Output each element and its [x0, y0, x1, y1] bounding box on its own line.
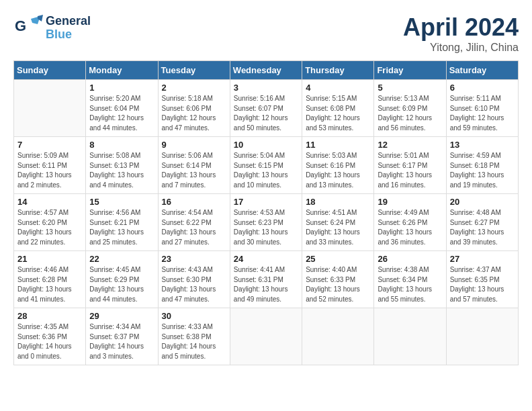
day-info: Sunrise: 5:15 AM Sunset: 6:08 PM Dayligh… — [306, 94, 370, 133]
page-header: G General Blue April 2024 Yitong, Jilin,… — [13, 13, 519, 54]
calendar-cell: 20Sunrise: 4:48 AM Sunset: 6:27 PM Dayli… — [446, 194, 518, 251]
day-info: Sunrise: 4:34 AM Sunset: 6:37 PM Dayligh… — [89, 322, 154, 361]
calendar-cell: 4Sunrise: 5:15 AM Sunset: 6:08 PM Daylig… — [302, 80, 374, 137]
calendar-cell: 10Sunrise: 5:04 AM Sunset: 6:15 PM Dayli… — [230, 137, 302, 194]
calendar-cell: 23Sunrise: 4:43 AM Sunset: 6:30 PM Dayli… — [158, 251, 230, 308]
title-block: April 2024 Yitong, Jilin, China — [403, 13, 519, 54]
calendar-cell: 9Sunrise: 5:06 AM Sunset: 6:14 PM Daylig… — [158, 137, 230, 194]
day-number: 21 — [17, 254, 82, 264]
day-number: 1 — [89, 83, 154, 93]
calendar-cell: 2Sunrise: 5:18 AM Sunset: 6:06 PM Daylig… — [158, 80, 230, 137]
day-number: 20 — [450, 197, 515, 207]
calendar-cell: 13Sunrise: 4:59 AM Sunset: 6:18 PM Dayli… — [446, 137, 518, 194]
day-info: Sunrise: 4:59 AM Sunset: 6:18 PM Dayligh… — [450, 151, 515, 190]
day-info: Sunrise: 5:16 AM Sunset: 6:07 PM Dayligh… — [234, 94, 298, 133]
day-number: 16 — [162, 197, 226, 207]
day-number: 2 — [162, 83, 226, 93]
calendar-cell: 29Sunrise: 4:34 AM Sunset: 6:37 PM Dayli… — [86, 308, 158, 365]
week-row-4: 21Sunrise: 4:46 AM Sunset: 6:28 PM Dayli… — [14, 251, 519, 308]
calendar-cell: 28Sunrise: 4:35 AM Sunset: 6:36 PM Dayli… — [14, 308, 86, 365]
weekday-header-tuesday: Tuesday — [158, 61, 230, 80]
day-info: Sunrise: 4:54 AM Sunset: 6:22 PM Dayligh… — [162, 208, 226, 247]
day-number: 28 — [17, 311, 82, 321]
day-number: 14 — [17, 197, 82, 207]
day-number: 3 — [234, 83, 298, 93]
day-number: 30 — [162, 311, 226, 321]
day-info: Sunrise: 4:48 AM Sunset: 6:27 PM Dayligh… — [450, 208, 515, 247]
calendar-cell: 3Sunrise: 5:16 AM Sunset: 6:07 PM Daylig… — [230, 80, 302, 137]
day-number: 29 — [89, 311, 154, 321]
day-number: 10 — [234, 140, 298, 150]
calendar-cell: 1Sunrise: 5:20 AM Sunset: 6:04 PM Daylig… — [86, 80, 158, 137]
calendar-cell: 6Sunrise: 5:11 AM Sunset: 6:10 PM Daylig… — [446, 80, 518, 137]
day-info: Sunrise: 4:38 AM Sunset: 6:34 PM Dayligh… — [378, 265, 442, 304]
day-number: 9 — [162, 140, 226, 150]
day-number: 17 — [234, 197, 298, 207]
day-number: 8 — [89, 140, 154, 150]
day-info: Sunrise: 4:49 AM Sunset: 6:26 PM Dayligh… — [378, 208, 442, 247]
calendar-cell: 18Sunrise: 4:51 AM Sunset: 6:24 PM Dayli… — [302, 194, 374, 251]
day-info: Sunrise: 4:46 AM Sunset: 6:28 PM Dayligh… — [17, 265, 82, 304]
day-number: 5 — [378, 83, 442, 93]
calendar-cell: 17Sunrise: 4:53 AM Sunset: 6:23 PM Dayli… — [230, 194, 302, 251]
day-info: Sunrise: 5:11 AM Sunset: 6:10 PM Dayligh… — [450, 94, 515, 133]
day-number: 13 — [450, 140, 515, 150]
weekday-header-wednesday: Wednesday — [230, 61, 302, 80]
logo: G General Blue — [13, 13, 91, 43]
calendar-table: SundayMondayTuesdayWednesdayThursdayFrid… — [13, 60, 519, 365]
day-number: 11 — [306, 140, 370, 150]
logo-line1: General — [46, 15, 91, 28]
calendar-cell — [14, 80, 86, 137]
day-info: Sunrise: 4:53 AM Sunset: 6:23 PM Dayligh… — [234, 208, 298, 247]
logo-line2: Blue — [46, 28, 91, 42]
day-number: 19 — [378, 197, 442, 207]
day-info: Sunrise: 4:51 AM Sunset: 6:24 PM Dayligh… — [306, 208, 370, 247]
day-info: Sunrise: 4:37 AM Sunset: 6:35 PM Dayligh… — [450, 265, 515, 304]
svg-text:G: G — [15, 17, 26, 34]
day-number: 4 — [306, 83, 370, 93]
day-number: 23 — [162, 254, 226, 264]
day-number: 12 — [378, 140, 442, 150]
day-number: 7 — [17, 140, 82, 150]
day-info: Sunrise: 5:04 AM Sunset: 6:15 PM Dayligh… — [234, 151, 298, 190]
day-number: 22 — [89, 254, 154, 264]
day-number: 18 — [306, 197, 370, 207]
day-info: Sunrise: 4:40 AM Sunset: 6:33 PM Dayligh… — [306, 265, 370, 304]
day-info: Sunrise: 5:13 AM Sunset: 6:09 PM Dayligh… — [378, 94, 442, 133]
weekday-header-sunday: Sunday — [14, 61, 86, 80]
weekday-header-thursday: Thursday — [302, 61, 374, 80]
calendar-cell — [302, 308, 374, 365]
day-info: Sunrise: 4:35 AM Sunset: 6:36 PM Dayligh… — [17, 322, 82, 361]
month-title: April 2024 — [403, 13, 519, 42]
calendar-cell: 22Sunrise: 4:45 AM Sunset: 6:29 PM Dayli… — [86, 251, 158, 308]
day-info: Sunrise: 5:18 AM Sunset: 6:06 PM Dayligh… — [162, 94, 226, 133]
day-info: Sunrise: 5:08 AM Sunset: 6:13 PM Dayligh… — [89, 151, 154, 190]
day-info: Sunrise: 4:56 AM Sunset: 6:21 PM Dayligh… — [89, 208, 154, 247]
logo-icon: G — [13, 13, 43, 43]
weekday-header-monday: Monday — [86, 61, 158, 80]
calendar-cell: 19Sunrise: 4:49 AM Sunset: 6:26 PM Dayli… — [374, 194, 446, 251]
weekday-header-friday: Friday — [374, 61, 446, 80]
day-info: Sunrise: 4:45 AM Sunset: 6:29 PM Dayligh… — [89, 265, 154, 304]
calendar-cell: 25Sunrise: 4:40 AM Sunset: 6:33 PM Dayli… — [302, 251, 374, 308]
day-info: Sunrise: 5:20 AM Sunset: 6:04 PM Dayligh… — [89, 94, 154, 133]
calendar-cell: 8Sunrise: 5:08 AM Sunset: 6:13 PM Daylig… — [86, 137, 158, 194]
calendar-cell: 26Sunrise: 4:38 AM Sunset: 6:34 PM Dayli… — [374, 251, 446, 308]
calendar-cell: 14Sunrise: 4:57 AM Sunset: 6:20 PM Dayli… — [14, 194, 86, 251]
day-info: Sunrise: 4:57 AM Sunset: 6:20 PM Dayligh… — [17, 208, 82, 247]
day-number: 25 — [306, 254, 370, 264]
day-info: Sunrise: 5:03 AM Sunset: 6:16 PM Dayligh… — [306, 151, 370, 190]
day-info: Sunrise: 5:06 AM Sunset: 6:14 PM Dayligh… — [162, 151, 226, 190]
calendar-cell: 15Sunrise: 4:56 AM Sunset: 6:21 PM Dayli… — [86, 194, 158, 251]
weekday-header-saturday: Saturday — [446, 61, 518, 80]
day-number: 26 — [378, 254, 442, 264]
calendar-cell: 5Sunrise: 5:13 AM Sunset: 6:09 PM Daylig… — [374, 80, 446, 137]
day-info: Sunrise: 5:01 AM Sunset: 6:17 PM Dayligh… — [378, 151, 442, 190]
week-row-3: 14Sunrise: 4:57 AM Sunset: 6:20 PM Dayli… — [14, 194, 519, 251]
day-info: Sunrise: 4:43 AM Sunset: 6:30 PM Dayligh… — [162, 265, 226, 304]
calendar-cell: 12Sunrise: 5:01 AM Sunset: 6:17 PM Dayli… — [374, 137, 446, 194]
location-subtitle: Yitong, Jilin, China — [403, 42, 519, 54]
day-number: 6 — [450, 83, 515, 93]
day-info: Sunrise: 5:09 AM Sunset: 6:11 PM Dayligh… — [17, 151, 82, 190]
calendar-cell: 16Sunrise: 4:54 AM Sunset: 6:22 PM Dayli… — [158, 194, 230, 251]
